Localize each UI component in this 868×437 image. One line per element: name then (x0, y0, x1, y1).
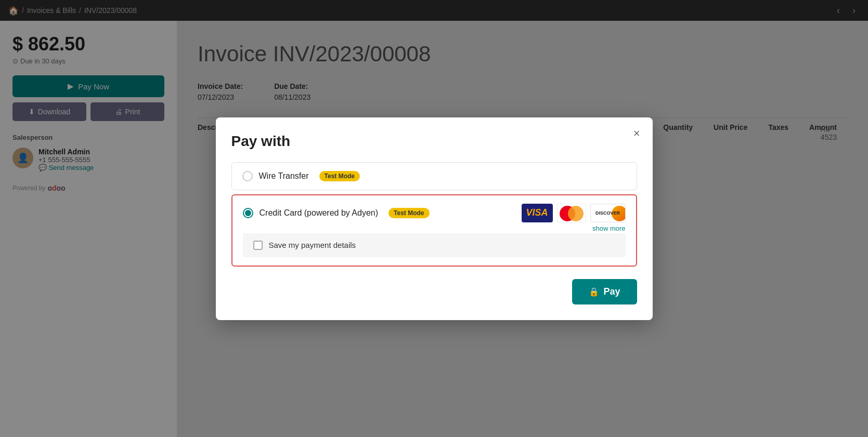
credit-card-label: Credit Card (powered by Adyen) (260, 208, 379, 218)
radio-inner (245, 210, 251, 216)
credit-card-radio[interactable] (243, 208, 253, 218)
modal-close-button[interactable]: × (633, 128, 640, 139)
wire-transfer-radio[interactable] (242, 171, 253, 181)
modal-footer: 🔒 Pay (231, 279, 637, 304)
wire-transfer-option[interactable]: Wire Transfer Test Mode (231, 162, 637, 190)
show-more-link[interactable]: show more (243, 224, 626, 232)
mastercard-logo (557, 204, 586, 222)
discover-text: DISCOVER (595, 210, 620, 216)
pay-with-modal: Pay with × Wire Transfer Test Mode Credi… (216, 117, 653, 320)
lock-icon: 🔒 (589, 287, 599, 297)
discover-logo: DISCOVER (590, 204, 626, 222)
mc-circle-right (568, 206, 584, 221)
pay-button-label: Pay (603, 286, 620, 297)
pay-button[interactable]: 🔒 Pay (572, 279, 637, 304)
card-logos: VISA DISCOVER (522, 204, 626, 222)
save-payment-label: Save my payment details (269, 241, 356, 249)
save-payment-row: Save my payment details (243, 233, 626, 257)
visa-logo: VISA (522, 204, 553, 222)
modal-title: Pay with (231, 133, 637, 150)
credit-card-test-badge: Test Mode (388, 208, 429, 218)
credit-card-option[interactable]: Credit Card (powered by Adyen) Test Mode… (231, 194, 637, 267)
save-payment-checkbox[interactable] (253, 241, 263, 250)
modal-overlay: Pay with × Wire Transfer Test Mode Credi… (0, 0, 868, 437)
wire-transfer-test-badge: Test Mode (319, 171, 360, 181)
wire-transfer-label: Wire Transfer (259, 171, 309, 181)
